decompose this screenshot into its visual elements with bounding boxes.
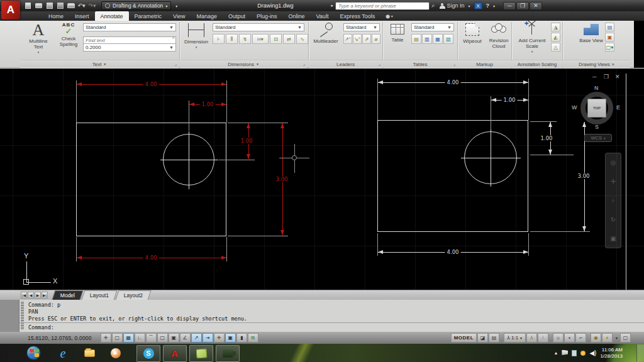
lineweight-toggle[interactable]: ▣: [225, 333, 236, 343]
maximize-button[interactable]: ❐: [516, 2, 529, 10]
viewcube-north[interactable]: N: [594, 85, 599, 91]
volume-icon[interactable]: ◀): [589, 349, 596, 356]
leaders-panel-label[interactable]: Leaders ⌟: [309, 60, 382, 68]
view-edit-icon[interactable]: ▢▾: [605, 43, 614, 52]
leader-remove-icon[interactable]: ↘°: [353, 34, 362, 44]
save-as-icon[interactable]: [55, 1, 65, 10]
save-icon[interactable]: [45, 1, 54, 10]
base-view-button[interactable]: Base View: [579, 22, 604, 43]
wipeout-button[interactable]: Wipeout: [460, 22, 485, 44]
skype-taskbar-button[interactable]: S: [136, 345, 160, 362]
add-current-scale-button[interactable]: ✚ Add Current Scale ▾: [514, 22, 550, 55]
viewport-minimize-icon[interactable]: ─: [592, 74, 596, 80]
table-upload-icon[interactable]: ▦: [433, 34, 443, 44]
command-prompt[interactable]: Command:: [28, 324, 54, 331]
isolate-objects-icon[interactable]: ◉: [591, 333, 601, 343]
camera-taskbar-button[interactable]: [216, 345, 240, 362]
command-splitter[interactable]: [19, 322, 644, 323]
view-projected-icon[interactable]: ▤: [605, 23, 614, 31]
tab-insert[interactable]: Insert: [69, 11, 95, 21]
signin-caret-icon[interactable]: ▾: [469, 4, 470, 8]
polar-tracking-toggle[interactable]: ⌒: [146, 333, 157, 343]
tab-output[interactable]: Output: [223, 11, 251, 21]
annoscale-panel-label[interactable]: Annotation Scaling: [512, 60, 562, 68]
markup-panel-label[interactable]: Markup: [458, 60, 511, 68]
start-button[interactable]: [26, 346, 41, 360]
redo-icon[interactable]: ↷▾: [87, 1, 97, 10]
table-button[interactable]: Table: [386, 22, 409, 43]
tab-manage[interactable]: Manage: [191, 11, 223, 21]
dim-continue-icon[interactable]: Ⅱ: [226, 34, 238, 44]
minimize-button[interactable]: ─: [503, 2, 516, 10]
tab-view[interactable]: View: [167, 11, 191, 21]
ribbon-minimize-icon[interactable]: ⬤ ▾: [386, 14, 392, 18]
exchange-apps-icon[interactable]: X: [474, 2, 482, 9]
annoscale-list-icon[interactable]: ◮: [551, 23, 560, 31]
leader-align-icon[interactable]: ⇗: [362, 34, 371, 44]
object-snap-tracking-toggle[interactable]: ↗: [191, 333, 202, 343]
nav-zoom-icon[interactable]: ⌕: [611, 197, 615, 204]
multileader-button[interactable]: Multileader: [311, 22, 341, 44]
annoscale-addobjects-icon[interactable]: ◭: [551, 33, 560, 41]
tray-expand-icon[interactable]: ▲: [553, 351, 558, 355]
model-space-button[interactable]: MODEL: [451, 333, 477, 343]
infer-constraints-toggle[interactable]: ✛: [101, 333, 111, 343]
help-icon[interactable]: ?: [486, 3, 490, 9]
dynamic-input-toggle[interactable]: ✛: [214, 333, 225, 343]
workspace-switching-icon[interactable]: ☼: [553, 333, 564, 343]
leaders-dialog-launcher-icon[interactable]: ⌟: [379, 62, 380, 67]
annotation-visibility-toggle[interactable]: ⅄: [526, 333, 537, 343]
leader-collect-icon[interactable]: ⌀: [372, 34, 380, 44]
viewcube-south[interactable]: S: [595, 124, 599, 130]
nav-motion-icon[interactable]: ▣: [610, 235, 616, 242]
tab-annotate[interactable]: Annotate: [95, 11, 129, 21]
multiline-text-button[interactable]: A Multiline Text ▾: [24, 22, 53, 55]
text-panel-label[interactable]: Text▼ ⌟: [20, 60, 179, 68]
internet-explorer-icon[interactable]: e: [51, 345, 75, 362]
tab-model[interactable]: Model: [52, 290, 84, 300]
tab-plugins[interactable]: Plug-ins: [251, 11, 283, 21]
show-desktop-button[interactable]: [636, 344, 644, 361]
text-height-select[interactable]: 0.2000▼: [83, 43, 176, 52]
tray-app-icon[interactable]: ⠀: [572, 350, 577, 356]
viewcube-top-face[interactable]: TOP: [587, 99, 606, 118]
close-button[interactable]: ✕: [530, 2, 542, 10]
dim-update-icon[interactable]: ⊡: [270, 34, 282, 44]
search-expand-icon[interactable]: ▸: [331, 3, 333, 8]
autoscale-toggle[interactable]: ⅄: [538, 333, 548, 343]
grid-display-toggle[interactable]: ▦: [123, 333, 134, 343]
workspace-switcher[interactable]: Drafting & Annotation ▾: [101, 1, 171, 10]
action-center-flag-icon[interactable]: [562, 350, 568, 356]
windows-explorer-icon[interactable]: [77, 345, 101, 362]
taskbar-clock[interactable]: 11:06 AM 1/28/2013: [600, 347, 623, 359]
dim-style-select[interactable]: Standard▼: [213, 23, 304, 31]
views-panel-label[interactable]: Drawing Views»: [563, 60, 630, 68]
undo-icon[interactable]: ↶▾: [77, 1, 86, 10]
text-dialog-launcher-icon[interactable]: ⌟: [175, 62, 177, 67]
new-icon[interactable]: [23, 1, 33, 10]
object-snap-toggle[interactable]: ▢: [157, 333, 168, 343]
clean-screen-icon[interactable]: ▢: [620, 333, 631, 343]
tab-layout1[interactable]: Layout1: [82, 290, 118, 300]
status-overflow-icon[interactable]: ▾: [616, 336, 618, 340]
dim-dialog-launcher-icon[interactable]: ⌟: [303, 62, 305, 67]
table-style-select[interactable]: Standard▼: [411, 23, 454, 31]
navigation-bar[interactable]: ◎ ✛ ⌕ ↻ ▣: [605, 153, 621, 248]
annotation-scale-button[interactable]: ⅄ 1:1 ▼: [504, 333, 526, 343]
tab-vault[interactable]: Vault: [311, 11, 335, 21]
nav-orbit-icon[interactable]: ↻: [611, 216, 616, 223]
3d-object-snap-toggle[interactable]: ▣: [169, 333, 179, 343]
search-icon[interactable]: ⌕: [431, 2, 435, 9]
nav-wheel-icon[interactable]: ◎: [611, 159, 616, 166]
first-layout-icon[interactable]: |◀: [21, 292, 27, 299]
layout-tab-icon[interactable]: ▤: [489, 333, 499, 343]
quick-properties-toggle[interactable]: ⧉: [248, 333, 258, 343]
wcs-menu[interactable]: WCS▾: [584, 134, 612, 142]
tab-layout2[interactable]: Layout2: [116, 290, 152, 300]
dimensions-panel-label[interactable]: Dimensions▼ ⌟: [180, 60, 307, 68]
model-tab-icon[interactable]: ◪: [477, 333, 488, 343]
hardware-accel-icon[interactable]: ⌐: [575, 333, 586, 343]
open-icon[interactable]: [34, 1, 43, 10]
autocad-taskbar-button[interactable]: A: [163, 345, 187, 362]
search-input[interactable]: [335, 2, 430, 10]
